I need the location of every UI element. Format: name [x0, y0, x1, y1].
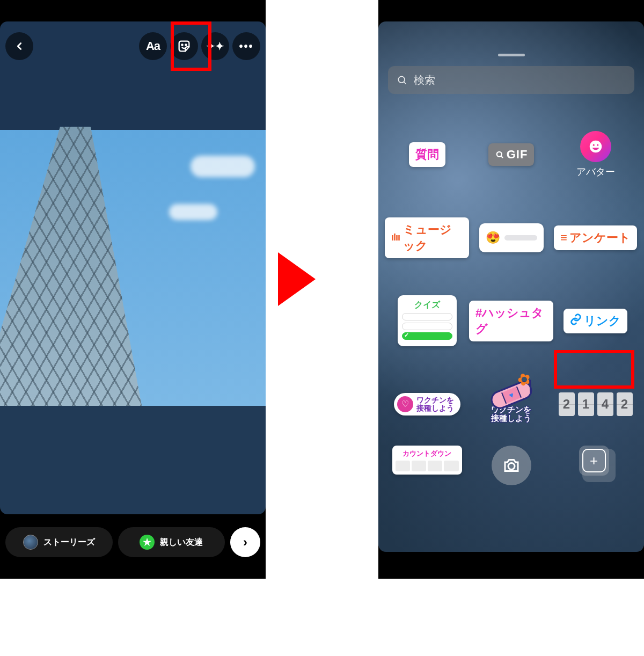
sticker-gif-label: GIF [507, 148, 528, 162]
chevron-right-icon: › [243, 535, 247, 550]
svg-point-1 [185, 45, 186, 46]
cloud [191, 156, 255, 177]
share-close-friends-label: 親しい友達 [160, 537, 203, 548]
more-button[interactable]: ••• [232, 32, 260, 60]
sticker-countdown[interactable]: カウントダウン [392, 446, 462, 475]
flow-arrow-icon [278, 252, 316, 306]
story-share-bar: ストーリーズ ★ 親しい友達 › [5, 527, 260, 557]
sticker-quiz-label: クイズ [402, 300, 452, 311]
sheet-grab-handle[interactable] [498, 54, 525, 56]
countdown-slot [444, 461, 458, 471]
svg-point-2 [398, 76, 405, 83]
svg-point-4 [496, 151, 501, 156]
countdown-slot [428, 461, 442, 471]
sticker-poll[interactable]: ≡ アンケート [554, 225, 637, 250]
slider-track [504, 235, 537, 240]
story-canvas [0, 21, 266, 514]
search-placeholder: 検索 [414, 73, 435, 88]
add-photo-icon [579, 446, 609, 476]
sticker-button[interactable] [170, 32, 198, 60]
blurred-background: 検索 質問 GIF アバター [378, 21, 644, 552]
flower-icon [514, 367, 535, 388]
sticker-sheet: 検索 [378, 54, 644, 94]
svg-line-5 [501, 156, 502, 157]
share-stories-button[interactable]: ストーリーズ [5, 527, 113, 557]
cloud [169, 204, 217, 220]
link-icon [570, 314, 582, 328]
sticker-question-label: 質問 [415, 147, 439, 163]
poll-bars-icon: ≡ [560, 231, 567, 245]
time-digit: 1 [578, 392, 594, 416]
phone-left-story-editor: Aa ✦✦ ••• [0, 0, 266, 579]
share-close-friends-button[interactable]: ★ 親しい友達 [118, 527, 225, 557]
sticker-vaccine-bandaid[interactable]: ♥ ワクチンを 接種しよう [490, 386, 533, 422]
effects-button[interactable]: ✦✦ [201, 32, 229, 60]
sticker-question[interactable]: 質問 [409, 142, 445, 167]
more-icon: ••• [239, 40, 253, 53]
search-icon [495, 150, 504, 159]
sticker-gif[interactable]: GIF [488, 143, 535, 166]
avatar-icon [580, 131, 611, 162]
text-tool-label: Aa [146, 39, 160, 53]
sticker-poll-label: アンケート [569, 230, 631, 246]
sticker-link[interactable]: リンク [564, 309, 627, 333]
sticker-time[interactable]: 2 1 4 2 [559, 392, 633, 416]
phone-right-sticker-sheet: 検索 質問 GIF アバター [378, 0, 644, 579]
sticker-camera[interactable] [492, 446, 531, 485]
time-digit: 4 [597, 392, 613, 416]
send-button[interactable]: › [230, 527, 260, 557]
share-stories-label: ストーリーズ [43, 537, 95, 548]
your-story-icon [23, 535, 38, 550]
heart-eyes-emoji-icon: 😍 [486, 231, 500, 245]
sticker-emoji-slider[interactable]: 😍 [479, 223, 544, 252]
music-bars-icon: ılıı [391, 232, 400, 243]
sticker-avatar[interactable]: アバター [576, 131, 615, 178]
sticker-music[interactable]: ılıı ミュージック [385, 217, 469, 258]
svg-point-0 [181, 45, 182, 46]
svg-point-6 [508, 463, 515, 470]
quiz-option-selected [402, 332, 452, 340]
countdown-slot [396, 461, 410, 471]
time-digit: 2 [559, 392, 575, 416]
quiz-option [402, 323, 452, 330]
sticker-grid: 質問 GIF アバター ılıı ミュージック [378, 113, 644, 552]
sticker-vaccine-chip[interactable]: ♡ ワクチンを 接種しよう [394, 393, 460, 416]
sticker-link-label: リンク [584, 313, 621, 329]
sticker-vaccine-label: ワクチンを 接種しよう [416, 396, 454, 412]
svg-line-3 [404, 82, 406, 84]
sticker-avatar-label: アバター [576, 165, 615, 178]
story-top-toolbar: Aa ✦✦ ••• [5, 32, 260, 60]
chevron-left-icon [13, 40, 25, 52]
sticker-hashtag[interactable]: #ハッシュタグ [469, 301, 553, 341]
heart-icon: ♡ [397, 396, 413, 412]
sticker-icon [177, 39, 192, 54]
sticker-search-input[interactable]: 検索 [388, 66, 634, 94]
sticker-countdown-label: カウントダウン [396, 449, 459, 458]
sticker-music-label: ミュージック [403, 222, 463, 254]
back-button[interactable] [5, 32, 33, 60]
sticker-hashtag-label: #ハッシュタグ [475, 305, 547, 337]
text-tool-button[interactable]: Aa [139, 32, 167, 60]
sticker-quiz[interactable]: クイズ [398, 295, 457, 346]
quiz-option [402, 313, 452, 320]
countdown-slot [412, 461, 426, 471]
search-icon [397, 75, 407, 85]
sparkle-icon: ✦✦ [206, 40, 224, 53]
close-friends-star-icon: ★ [140, 535, 155, 550]
time-digit: 2 [617, 392, 633, 416]
sticker-add-photo[interactable] [579, 446, 612, 479]
camera-icon [502, 456, 521, 475]
